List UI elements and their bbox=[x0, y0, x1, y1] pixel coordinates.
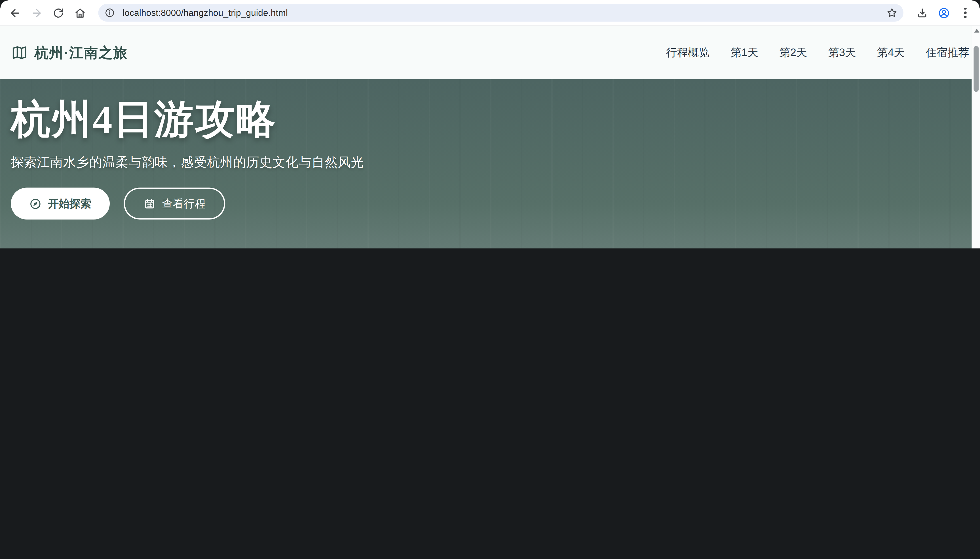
url-text: localhost:8000/hangzhou_trip_guide.html bbox=[122, 8, 884, 18]
scrollbar-up-arrow[interactable] bbox=[972, 26, 980, 34]
home-icon bbox=[74, 7, 86, 19]
bookmark-star-icon bbox=[886, 7, 898, 19]
explore-button[interactable]: 开始探索 bbox=[11, 188, 110, 220]
back-icon bbox=[8, 7, 21, 19]
explore-button-label: 开始探索 bbox=[48, 197, 91, 211]
site-info-button[interactable] bbox=[102, 5, 117, 20]
nav-item-day1[interactable]: 第1天 bbox=[731, 45, 759, 60]
nav-item-day4[interactable]: 第4天 bbox=[877, 45, 905, 60]
window-corner bbox=[0, 0, 8, 8]
calendar-icon bbox=[144, 198, 156, 210]
profile-avatar-icon bbox=[937, 7, 950, 19]
kebab-menu-icon bbox=[964, 7, 967, 18]
nav-item-day2[interactable]: 第2天 bbox=[780, 45, 807, 60]
nav-item-day3[interactable]: 第3天 bbox=[828, 45, 856, 60]
bookmark-star-button[interactable] bbox=[884, 5, 900, 20]
downloads-button[interactable] bbox=[911, 2, 933, 24]
reload-button[interactable] bbox=[47, 2, 69, 24]
hero-actions: 开始探索 查看行程 bbox=[11, 188, 969, 220]
download-icon bbox=[916, 7, 928, 19]
profile-button[interactable] bbox=[933, 2, 955, 24]
main-nav: 行程概览 第1天 第2天 第3天 第4天 住宿推荐 bbox=[666, 45, 969, 60]
forward-button[interactable] bbox=[25, 2, 47, 24]
browser-window: localhost:8000/hangzhou_trip_guide.html bbox=[0, 0, 980, 248]
site-info-icon bbox=[105, 8, 115, 18]
browser-toolbar: localhost:8000/hangzhou_trip_guide.html bbox=[0, 0, 980, 26]
forward-icon bbox=[30, 7, 43, 19]
window-corner bbox=[972, 0, 980, 8]
url-bar[interactable]: localhost:8000/hangzhou_trip_guide.html bbox=[98, 4, 904, 22]
compass-icon bbox=[30, 198, 42, 210]
home-button[interactable] bbox=[69, 2, 91, 24]
page-scrollbar[interactable] bbox=[972, 25, 980, 248]
brand-logo[interactable]: 杭州·江南之旅 bbox=[11, 43, 128, 63]
site-header: 杭州·江南之旅 行程概览 第1天 第2天 第3天 第4天 住宿推荐 bbox=[0, 26, 980, 79]
hero-title: 杭州4日游攻略 bbox=[11, 96, 969, 143]
nav-item-lodging[interactable]: 住宿推荐 bbox=[926, 45, 969, 60]
folded-map-icon bbox=[11, 44, 28, 61]
view-itinerary-button-label: 查看行程 bbox=[162, 197, 206, 211]
scrollbar-thumb[interactable] bbox=[974, 46, 979, 92]
hero-section: 杭州4日游攻略 探索江南水乡的温柔与韵味，感受杭州的历史文化与自然风光 开始探索… bbox=[0, 79, 980, 248]
brand-title: 杭州·江南之旅 bbox=[35, 43, 128, 63]
nav-item-overview[interactable]: 行程概览 bbox=[666, 45, 709, 60]
view-itinerary-button[interactable]: 查看行程 bbox=[124, 188, 225, 220]
reload-icon bbox=[52, 7, 64, 19]
hero-subtitle: 探索江南水乡的温柔与韵味，感受杭州的历史文化与自然风光 bbox=[11, 154, 969, 171]
